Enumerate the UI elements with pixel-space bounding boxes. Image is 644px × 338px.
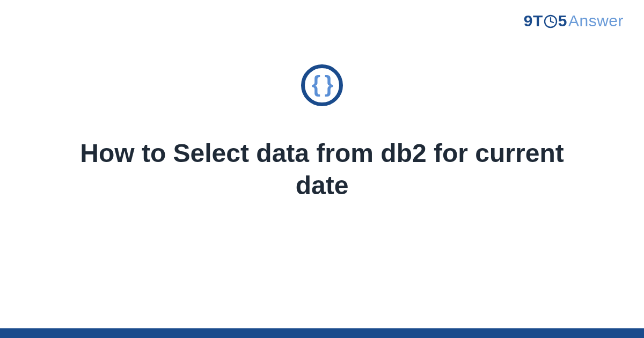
logo-t: T [533,12,543,30]
footer-bar [0,328,644,338]
svg-line-2 [551,21,553,23]
clock-icon [544,14,558,28]
code-badge-icon: { } [301,64,343,106]
braces-icon: { } [312,73,332,95]
logo-answer: Answer [568,12,624,30]
content-area: { } How to Select data from db2 for curr… [0,64,644,202]
page-title: How to Select data from db2 for current … [64,137,580,202]
logo-5: 5 [558,12,567,30]
logo-9: 9 [524,12,533,30]
site-logo: 9 T 5 Answer [524,12,624,30]
